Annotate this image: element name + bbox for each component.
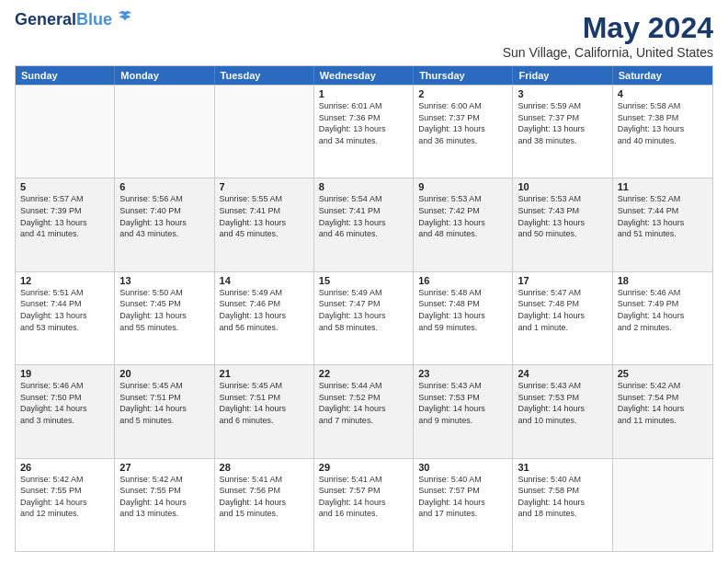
calendar-cell-3-7: 18Sunrise: 5:46 AM Sunset: 7:49 PM Dayli… bbox=[613, 272, 712, 364]
calendar-cell-3-5: 16Sunrise: 5:48 AM Sunset: 7:48 PM Dayli… bbox=[414, 272, 513, 364]
calendar-header-friday: Friday bbox=[513, 66, 612, 85]
calendar: SundayMondayTuesdayWednesdayThursdayFrid… bbox=[15, 65, 713, 552]
day-info: Sunrise: 5:45 AM Sunset: 7:51 PM Dayligh… bbox=[119, 380, 209, 426]
day-info: Sunrise: 5:45 AM Sunset: 7:51 PM Dayligh… bbox=[220, 380, 309, 426]
calendar-body: 1Sunrise: 6:01 AM Sunset: 7:36 PM Daylig… bbox=[16, 85, 712, 551]
calendar-cell-2-3: 7Sunrise: 5:55 AM Sunset: 7:41 PM Daylig… bbox=[215, 178, 314, 270]
page: GeneralBlue May 2024 Sun Village, Califo… bbox=[0, 0, 728, 563]
day-info: Sunrise: 5:59 AM Sunset: 7:37 PM Dayligh… bbox=[518, 100, 607, 146]
calendar-cell-4-5: 23Sunrise: 5:43 AM Sunset: 7:53 PM Dayli… bbox=[414, 365, 513, 457]
day-number: 28 bbox=[220, 462, 309, 473]
day-number: 30 bbox=[418, 462, 507, 473]
day-number: 19 bbox=[20, 368, 109, 379]
day-number: 15 bbox=[319, 275, 408, 286]
day-info: Sunrise: 5:49 AM Sunset: 7:46 PM Dayligh… bbox=[220, 287, 309, 333]
calendar-cell-1-2 bbox=[115, 86, 214, 178]
day-number: 25 bbox=[618, 368, 708, 379]
calendar-cell-5-6: 31Sunrise: 5:40 AM Sunset: 7:58 PM Dayli… bbox=[513, 459, 612, 551]
calendar-week-5: 26Sunrise: 5:42 AM Sunset: 7:55 PM Dayli… bbox=[16, 458, 712, 551]
day-number: 5 bbox=[20, 181, 109, 192]
day-info: Sunrise: 5:47 AM Sunset: 7:48 PM Dayligh… bbox=[518, 287, 607, 333]
calendar-cell-2-2: 6Sunrise: 5:56 AM Sunset: 7:40 PM Daylig… bbox=[115, 178, 214, 270]
day-number: 12 bbox=[20, 275, 109, 286]
calendar-cell-4-6: 24Sunrise: 5:43 AM Sunset: 7:53 PM Dayli… bbox=[513, 365, 612, 457]
calendar-header-wednesday: Wednesday bbox=[314, 66, 414, 85]
day-number: 26 bbox=[20, 462, 109, 473]
day-info: Sunrise: 5:54 AM Sunset: 7:41 PM Dayligh… bbox=[319, 193, 408, 239]
calendar-cell-3-3: 14Sunrise: 5:49 AM Sunset: 7:46 PM Dayli… bbox=[215, 272, 314, 364]
calendar-cell-2-4: 8Sunrise: 5:54 AM Sunset: 7:41 PM Daylig… bbox=[314, 178, 414, 270]
day-info: Sunrise: 5:53 AM Sunset: 7:43 PM Dayligh… bbox=[518, 193, 607, 239]
calendar-cell-2-7: 11Sunrise: 5:52 AM Sunset: 7:44 PM Dayli… bbox=[613, 178, 712, 270]
day-info: Sunrise: 5:41 AM Sunset: 7:57 PM Dayligh… bbox=[319, 474, 408, 520]
day-info: Sunrise: 6:00 AM Sunset: 7:37 PM Dayligh… bbox=[418, 100, 507, 146]
calendar-cell-4-1: 19Sunrise: 5:46 AM Sunset: 7:50 PM Dayli… bbox=[16, 365, 115, 457]
calendar-cell-3-4: 15Sunrise: 5:49 AM Sunset: 7:47 PM Dayli… bbox=[314, 272, 414, 364]
calendar-cell-2-6: 10Sunrise: 5:53 AM Sunset: 7:43 PM Dayli… bbox=[513, 178, 612, 270]
day-info: Sunrise: 5:48 AM Sunset: 7:48 PM Dayligh… bbox=[418, 287, 507, 333]
calendar-cell-1-6: 3Sunrise: 5:59 AM Sunset: 7:37 PM Daylig… bbox=[513, 86, 612, 178]
calendar-cell-5-2: 27Sunrise: 5:42 AM Sunset: 7:55 PM Dayli… bbox=[115, 459, 214, 551]
calendar-cell-1-3 bbox=[215, 86, 314, 178]
day-info: Sunrise: 6:01 AM Sunset: 7:36 PM Dayligh… bbox=[319, 100, 408, 146]
day-number: 11 bbox=[618, 181, 708, 192]
day-number: 16 bbox=[418, 275, 507, 286]
day-info: Sunrise: 5:46 AM Sunset: 7:50 PM Dayligh… bbox=[20, 380, 109, 426]
day-info: Sunrise: 5:43 AM Sunset: 7:53 PM Dayligh… bbox=[418, 380, 507, 426]
day-number: 22 bbox=[319, 368, 408, 379]
day-number: 21 bbox=[220, 368, 309, 379]
day-number: 27 bbox=[119, 462, 209, 473]
calendar-cell-3-2: 13Sunrise: 5:50 AM Sunset: 7:45 PM Dayli… bbox=[115, 272, 214, 364]
calendar-header-thursday: Thursday bbox=[414, 66, 513, 85]
calendar-header-monday: Monday bbox=[115, 66, 214, 85]
day-info: Sunrise: 5:42 AM Sunset: 7:54 PM Dayligh… bbox=[618, 380, 708, 426]
calendar-cell-4-3: 21Sunrise: 5:45 AM Sunset: 7:51 PM Dayli… bbox=[215, 365, 314, 457]
title-area: May 2024 Sun Village, California, United… bbox=[503, 11, 713, 60]
calendar-cell-5-7 bbox=[613, 459, 712, 551]
day-info: Sunrise: 5:41 AM Sunset: 7:56 PM Dayligh… bbox=[220, 474, 309, 520]
day-info: Sunrise: 5:49 AM Sunset: 7:47 PM Dayligh… bbox=[319, 287, 408, 333]
logo: GeneralBlue bbox=[15, 11, 135, 29]
header: GeneralBlue May 2024 Sun Village, Califo… bbox=[15, 11, 713, 60]
main-title: May 2024 bbox=[503, 11, 713, 45]
day-number: 1 bbox=[319, 88, 408, 99]
day-info: Sunrise: 5:52 AM Sunset: 7:44 PM Dayligh… bbox=[618, 193, 708, 239]
day-info: Sunrise: 5:50 AM Sunset: 7:45 PM Dayligh… bbox=[119, 287, 209, 333]
day-info: Sunrise: 5:56 AM Sunset: 7:40 PM Dayligh… bbox=[119, 193, 209, 239]
calendar-cell-2-5: 9Sunrise: 5:53 AM Sunset: 7:42 PM Daylig… bbox=[414, 178, 513, 270]
calendar-week-1: 1Sunrise: 6:01 AM Sunset: 7:36 PM Daylig… bbox=[16, 85, 712, 178]
calendar-cell-5-1: 26Sunrise: 5:42 AM Sunset: 7:55 PM Dayli… bbox=[16, 459, 115, 551]
logo-bird-icon bbox=[115, 8, 135, 29]
day-number: 9 bbox=[418, 181, 507, 192]
day-number: 29 bbox=[319, 462, 408, 473]
day-number: 31 bbox=[518, 462, 607, 473]
day-info: Sunrise: 5:53 AM Sunset: 7:42 PM Dayligh… bbox=[418, 193, 507, 239]
calendar-cell-3-1: 12Sunrise: 5:51 AM Sunset: 7:44 PM Dayli… bbox=[16, 272, 115, 364]
day-info: Sunrise: 5:44 AM Sunset: 7:52 PM Dayligh… bbox=[319, 380, 408, 426]
day-number: 23 bbox=[418, 368, 507, 379]
calendar-header-tuesday: Tuesday bbox=[215, 66, 314, 85]
calendar-week-4: 19Sunrise: 5:46 AM Sunset: 7:50 PM Dayli… bbox=[16, 364, 712, 457]
day-number: 6 bbox=[119, 181, 209, 192]
day-number: 7 bbox=[220, 181, 309, 192]
calendar-cell-2-1: 5Sunrise: 5:57 AM Sunset: 7:39 PM Daylig… bbox=[16, 178, 115, 270]
day-info: Sunrise: 5:40 AM Sunset: 7:58 PM Dayligh… bbox=[518, 474, 607, 520]
day-number: 17 bbox=[518, 275, 607, 286]
calendar-header-row: SundayMondayTuesdayWednesdayThursdayFrid… bbox=[16, 66, 712, 85]
day-number: 14 bbox=[220, 275, 309, 286]
calendar-cell-1-5: 2Sunrise: 6:00 AM Sunset: 7:37 PM Daylig… bbox=[414, 86, 513, 178]
day-number: 2 bbox=[418, 88, 507, 99]
calendar-cell-1-4: 1Sunrise: 6:01 AM Sunset: 7:36 PM Daylig… bbox=[314, 86, 414, 178]
day-info: Sunrise: 5:46 AM Sunset: 7:49 PM Dayligh… bbox=[618, 287, 708, 333]
day-number: 20 bbox=[119, 368, 209, 379]
day-number: 18 bbox=[618, 275, 708, 286]
calendar-cell-4-7: 25Sunrise: 5:42 AM Sunset: 7:54 PM Dayli… bbox=[613, 365, 712, 457]
calendar-week-3: 12Sunrise: 5:51 AM Sunset: 7:44 PM Dayli… bbox=[16, 271, 712, 364]
day-info: Sunrise: 5:58 AM Sunset: 7:38 PM Dayligh… bbox=[618, 100, 708, 146]
day-info: Sunrise: 5:51 AM Sunset: 7:44 PM Dayligh… bbox=[20, 287, 109, 333]
day-info: Sunrise: 5:57 AM Sunset: 7:39 PM Dayligh… bbox=[20, 193, 109, 239]
logo-text: GeneralBlue bbox=[15, 11, 112, 29]
day-number: 4 bbox=[618, 88, 708, 99]
day-info: Sunrise: 5:40 AM Sunset: 7:57 PM Dayligh… bbox=[418, 474, 507, 520]
calendar-header-saturday: Saturday bbox=[613, 66, 712, 85]
